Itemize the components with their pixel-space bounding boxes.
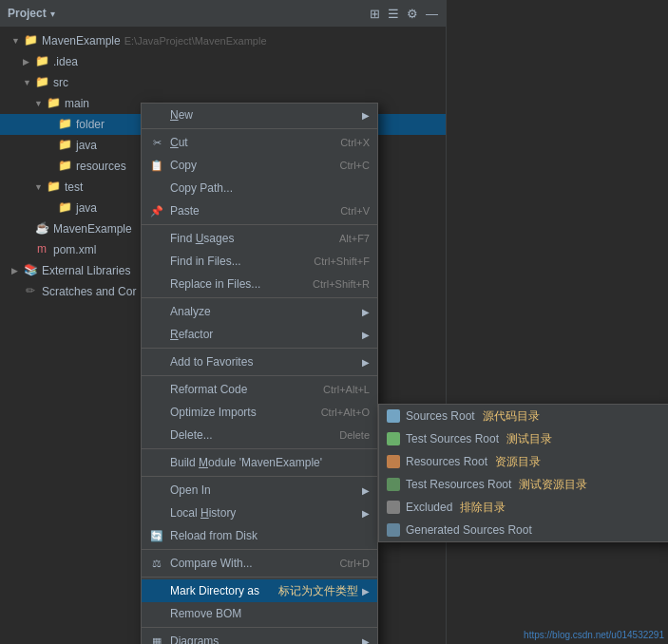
panel-icon-settings[interactable]: ⚙ bbox=[407, 7, 418, 21]
menu-item-add-to-favorites[interactable]: Add to Favorites ▶ bbox=[142, 350, 377, 373]
panel-header: Project ▾ ⊞ ☰ ⚙ — bbox=[0, 0, 446, 27]
separator bbox=[142, 448, 377, 449]
menu-item-delete-label: Delete... bbox=[170, 428, 332, 442]
submenu-item-resources-root[interactable]: Resources Root 资源目录 bbox=[379, 450, 668, 473]
arrow-icon: ▶ bbox=[362, 110, 370, 121]
panel-icon-list[interactable]: ☰ bbox=[388, 7, 399, 21]
tree-arrow: ▼ bbox=[23, 78, 34, 87]
arrow-icon: ▶ bbox=[362, 508, 370, 519]
menu-item-diagrams[interactable]: ▦ Diagrams ▶ bbox=[142, 630, 377, 644]
menu-item-reformat[interactable]: Reformat Code Ctrl+Alt+L bbox=[142, 378, 377, 401]
menu-item-diagrams-label: Diagrams bbox=[170, 635, 358, 644]
tree-label: test bbox=[65, 180, 83, 194]
menu-item-paste[interactable]: 📌 Paste Ctrl+V bbox=[142, 199, 377, 222]
menu-item-copy[interactable]: 📋 Copy Ctrl+C bbox=[142, 154, 377, 177]
separator bbox=[142, 627, 377, 628]
menu-item-open-in[interactable]: Open In ▶ bbox=[142, 479, 377, 502]
submenu-label-cn-resources: 资源目录 bbox=[495, 454, 541, 470]
panel-title-area: Project ▾ bbox=[8, 7, 55, 20]
submenu-item-generated-sources[interactable]: Generated Sources Root bbox=[379, 519, 668, 541]
menu-item-analyze[interactable]: Analyze ▶ bbox=[142, 300, 377, 323]
shortcut: Alt+F7 bbox=[339, 233, 370, 244]
menu-item-compare-with[interactable]: ⚖ Compare With... Ctrl+D bbox=[142, 552, 377, 575]
test-resources-icon bbox=[387, 478, 400, 491]
arrow-icon: ▶ bbox=[362, 586, 370, 597]
tree-label-path: E:\JavaProject\MavenExample bbox=[124, 35, 267, 47]
paste-icon: 📌 bbox=[149, 205, 164, 218]
folder-icon: 📁 bbox=[46, 96, 61, 111]
menu-item-cut[interactable]: ✂ Cut Ctrl+X bbox=[142, 131, 377, 154]
arrow-icon: ▶ bbox=[362, 485, 370, 496]
generated-icon bbox=[387, 523, 400, 537]
menu-item-refactor[interactable]: Refactor ▶ bbox=[142, 323, 377, 346]
panel-icon-grid[interactable]: ⊞ bbox=[370, 7, 380, 21]
menu-item-compare-label: Compare With... bbox=[170, 557, 333, 570]
menu-item-refactor-label: Refactor bbox=[170, 328, 358, 341]
tree-label: External Libraries bbox=[42, 264, 130, 277]
folder-icon: 📁 bbox=[34, 54, 49, 69]
copy-icon: 📋 bbox=[149, 160, 164, 172]
menu-item-new[interactable]: New ▶ bbox=[142, 104, 377, 126]
submenu-label-excluded: Excluded bbox=[406, 501, 452, 514]
separator bbox=[142, 476, 377, 477]
submenu-item-test-resources-root[interactable]: Test Resources Root 测试资源目录 bbox=[379, 473, 668, 496]
tree-arrow: ▼ bbox=[34, 99, 46, 108]
menu-item-build-module[interactable]: Build Module 'MavenExample' bbox=[142, 451, 377, 474]
menu-item-copy-path-label: Copy Path... bbox=[170, 181, 370, 195]
panel-icon-minimize[interactable]: — bbox=[426, 7, 438, 21]
menu-item-optimize-imports[interactable]: Optimize Imports Ctrl+Alt+O bbox=[142, 401, 377, 424]
tree-label: MavenExample bbox=[42, 34, 121, 47]
cut-icon: ✂ bbox=[149, 137, 164, 149]
menu-item-mark-directory[interactable]: Mark Directory as 标记为文件类型 ▶ bbox=[142, 579, 377, 602]
xml-file-icon: m bbox=[34, 242, 49, 257]
menu-item-cut-label: Cut bbox=[170, 136, 333, 149]
submenu-item-test-sources-root[interactable]: Test Sources Root 测试目录 bbox=[379, 427, 668, 450]
reload-icon: 🔄 bbox=[149, 530, 164, 542]
menu-item-local-history-label: Local History bbox=[170, 506, 358, 520]
submenu-label-generated: Generated Sources Root bbox=[406, 523, 532, 537]
menu-item-reload-from-disk[interactable]: 🔄 Reload from Disk bbox=[142, 524, 377, 547]
shortcut: Ctrl+Shift+F bbox=[314, 256, 370, 267]
menu-item-analyze-label: Analyze bbox=[170, 305, 358, 318]
menu-item-reformat-label: Reformat Code bbox=[170, 383, 315, 396]
menu-item-replace-in-files[interactable]: Replace in Files... Ctrl+Shift+R bbox=[142, 273, 377, 295]
tree-label: folder bbox=[76, 118, 105, 131]
tree-item-idea[interactable]: ▶ 📁 .idea bbox=[0, 51, 446, 72]
tree-label: .idea bbox=[53, 55, 78, 68]
menu-item-add-to-favorites-label: Add to Favorites bbox=[170, 355, 358, 369]
src-icon: 📁 bbox=[34, 75, 49, 90]
tree-item-src[interactable]: ▼ 📁 src bbox=[0, 72, 446, 93]
submenu-label-resources: Resources Root bbox=[406, 455, 487, 468]
menu-item-find-usages[interactable]: Find Usages Alt+F7 bbox=[142, 227, 377, 250]
submenu-label-test-resources: Test Resources Root bbox=[406, 478, 511, 491]
menu-item-copy-path[interactable]: Copy Path... bbox=[142, 177, 377, 199]
menu-item-delete[interactable]: Delete... Delete bbox=[142, 424, 377, 446]
menu-item-remove-bom[interactable]: Remove BOM bbox=[142, 602, 377, 625]
java-file-icon: ☕ bbox=[34, 221, 49, 237]
menu-item-optimize-label: Optimize Imports bbox=[170, 406, 314, 419]
folder-icon: 📁 bbox=[57, 138, 72, 153]
compare-icon: ⚖ bbox=[149, 558, 164, 570]
submenu-label-cn-sources: 源代码目录 bbox=[483, 408, 540, 425]
menu-item-open-in-label: Open In bbox=[170, 483, 358, 497]
menu-item-new-label: New bbox=[170, 108, 358, 122]
menu-item-find-in-files[interactable]: Find in Files... Ctrl+Shift+F bbox=[142, 250, 377, 273]
folder-icon: 📁 bbox=[46, 180, 61, 195]
shortcut: Delete bbox=[339, 429, 370, 441]
tree-label: resources bbox=[76, 160, 126, 173]
folder-icon: 📁 bbox=[23, 33, 38, 48]
panel-title-arrow[interactable]: ▾ bbox=[50, 9, 55, 19]
resources-icon bbox=[387, 455, 400, 468]
menu-item-reload-label: Reload from Disk bbox=[170, 529, 370, 542]
submenu-item-sources-root[interactable]: Sources Root 源代码目录 bbox=[379, 405, 668, 427]
menu-item-find-usages-label: Find Usages bbox=[170, 232, 332, 245]
menu-item-mark-directory-cn: 标记为文件类型 bbox=[278, 583, 358, 599]
panel-icons: ⊞ ☰ ⚙ — bbox=[370, 7, 438, 21]
separator bbox=[142, 577, 377, 578]
separator bbox=[142, 549, 377, 550]
tree-label: java bbox=[76, 201, 97, 215]
tree-item-maven[interactable]: ▼ 📁 MavenExample E:\JavaProject\MavenExa… bbox=[0, 30, 446, 51]
submenu-item-excluded[interactable]: Excluded 排除目录 bbox=[379, 496, 668, 519]
menu-item-local-history[interactable]: Local History ▶ bbox=[142, 502, 377, 524]
folder-icon: 📁 bbox=[57, 117, 72, 132]
